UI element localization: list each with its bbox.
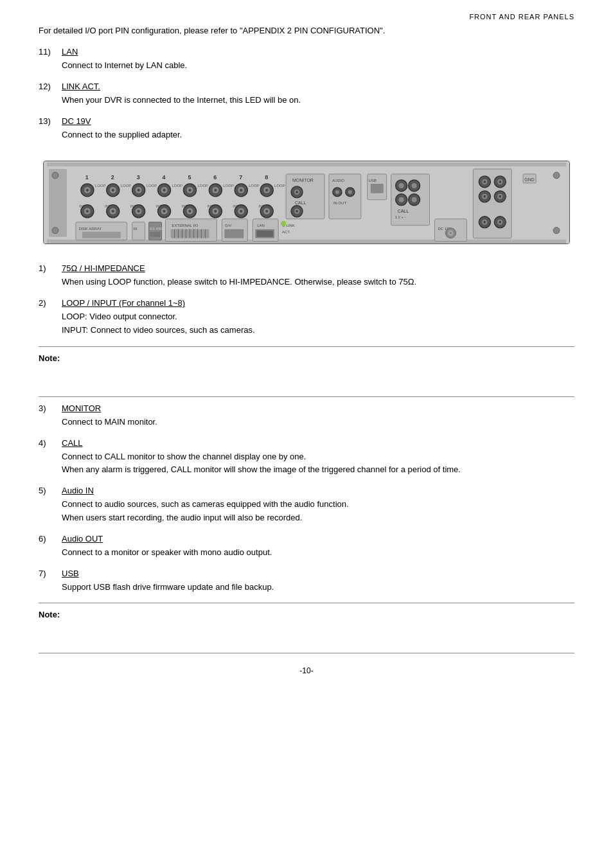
section-5-num: 5) <box>39 486 58 495</box>
svg-point-77 <box>265 210 268 213</box>
svg-point-142 <box>449 232 452 235</box>
svg-point-86 <box>296 210 298 213</box>
section-4-label: CALL <box>62 438 83 448</box>
svg-text:GND: GND <box>524 177 535 182</box>
section-2: 2) LOOP / INPUT (For channel 1~8) LOOP: … <box>39 298 574 337</box>
svg-text:2: 2 <box>111 174 114 181</box>
section-13-label: DC 19V <box>62 116 91 126</box>
svg-text:ACT.: ACT. <box>282 230 290 234</box>
svg-point-49 <box>86 210 89 213</box>
svg-point-16 <box>86 189 89 191</box>
svg-rect-3 <box>49 169 67 237</box>
svg-rect-96 <box>82 232 121 238</box>
section-5-body: Connect to audio sources, such as camera… <box>62 498 574 525</box>
section-3-label: MONITOR <box>62 403 101 413</box>
svg-text:RS 485: RS 485 <box>150 227 163 231</box>
section-2-label: LOOP / INPUT (For channel 1~8) <box>62 298 185 308</box>
svg-point-28 <box>163 189 166 191</box>
section-7-num: 7) <box>39 569 58 578</box>
svg-text:CALL: CALL <box>295 200 306 205</box>
svg-text:6: 6 <box>213 174 217 181</box>
svg-rect-97 <box>132 222 145 240</box>
svg-point-65 <box>188 210 191 213</box>
note1-space <box>39 364 574 390</box>
svg-point-155 <box>499 195 501 198</box>
section-6-num: 6) <box>39 534 58 544</box>
section-6-label: Audio OUT <box>62 534 103 544</box>
section-11-num: 11) <box>39 47 58 57</box>
section-11: 11) LAN Connect to Internet by LAN cable… <box>39 47 574 73</box>
svg-text:LOOP: LOOP <box>95 184 106 188</box>
section-13-num: 13) <box>39 116 58 126</box>
svg-text:LOOP: LOOP <box>172 184 183 188</box>
svg-text:MONITOR: MONITOR <box>292 178 314 182</box>
svg-point-32 <box>188 189 191 191</box>
svg-text:5: 5 <box>188 174 191 181</box>
section-6-body: Connect to a monitor or speaker with mon… <box>62 546 574 560</box>
note2-section: Note: <box>39 610 574 646</box>
svg-text:7: 7 <box>239 174 242 181</box>
svg-text:LOOP: LOOP <box>223 184 234 188</box>
section-2-num: 2) <box>39 298 58 308</box>
note1-divider-bottom <box>39 396 574 397</box>
section-2-body: LOOP: Video output connector. INPUT: Con… <box>62 310 574 337</box>
section-7: 7) USB Support USB flash drive firmware … <box>39 569 574 594</box>
svg-point-133 <box>399 197 404 202</box>
dvr-panel-svg: 1 2 3 4 5 6 7 8 LOOP LOOP LOOP LOOP LOOP <box>44 161 569 244</box>
svg-point-53 <box>112 210 114 213</box>
section-7-label: USB <box>62 569 79 578</box>
svg-text:LOOP: LOOP <box>274 184 285 188</box>
svg-point-90 <box>335 190 339 194</box>
svg-point-40 <box>240 189 242 191</box>
svg-text:LOOP: LOOP <box>121 184 132 188</box>
section-13-body: Connect to the supplied adapter. <box>62 128 574 142</box>
section-3-body: Connect to MAIN monitor. <box>62 416 574 429</box>
svg-point-57 <box>138 210 140 213</box>
svg-point-73 <box>240 210 242 213</box>
section-3-num: 3) <box>39 403 58 413</box>
mid-sections: 3) MONITOR Connect to MAIN monitor. 4) C… <box>39 403 574 594</box>
note2-divider-bottom <box>39 653 574 653</box>
svg-rect-1 <box>47 163 566 166</box>
svg-point-131 <box>412 183 417 188</box>
svg-rect-101 <box>150 232 161 237</box>
svg-point-20 <box>112 189 114 191</box>
top-sections: 11) LAN Connect to Internet by LAN cable… <box>39 47 574 141</box>
note1-section: Note: <box>39 353 574 390</box>
svg-rect-116 <box>224 229 244 238</box>
svg-point-162 <box>553 172 560 179</box>
section-12: 12) LINK ACT. When your DVR is connected… <box>39 82 574 107</box>
note2-label: Note: <box>39 610 574 619</box>
svg-text:DISK ARRAY: DISK ARRAY <box>79 227 102 231</box>
svg-text:AUDIO: AUDIO <box>332 179 344 182</box>
section-5-label: Audio IN <box>62 486 94 495</box>
svg-point-92 <box>348 190 352 194</box>
section-4-num: 4) <box>39 438 58 448</box>
intro-text: For detailed I/O port PIN configuration,… <box>39 26 574 35</box>
svg-point-36 <box>214 189 217 191</box>
section-13: 13) DC 19V Connect to the supplied adapt… <box>39 116 574 142</box>
section-1-label: 75Ω / HI-IMPEDANCE <box>62 263 145 273</box>
svg-point-161 <box>499 221 501 224</box>
section-4-body: Connect to CALL monitor to show the chan… <box>62 450 574 477</box>
note1-divider-top <box>39 346 574 347</box>
note1-label: Note: <box>39 353 574 363</box>
section-12-body: When your DVR is connected to the Intern… <box>62 94 574 107</box>
svg-point-4 <box>52 172 58 179</box>
svg-point-129 <box>399 183 404 188</box>
section-12-label: LINK ACT. <box>62 82 100 91</box>
svg-point-123 <box>281 221 286 226</box>
section-6: 6) Audio OUT Connect to a monitor or spe… <box>39 534 574 560</box>
svg-text:1: 1 <box>85 174 89 181</box>
note2-divider-top <box>39 603 574 603</box>
svg-point-149 <box>499 181 501 183</box>
svg-text:IR: IR <box>134 227 138 231</box>
svg-text:3: 3 <box>137 174 140 181</box>
svg-text:1  2  +  -: 1 2 + - <box>395 215 406 219</box>
svg-text:IN  OUT: IN OUT <box>333 201 347 205</box>
svg-rect-120 <box>256 231 273 237</box>
svg-point-69 <box>214 210 217 213</box>
section-11-label: LAN <box>62 47 78 57</box>
svg-text:4: 4 <box>163 174 166 181</box>
dvr-rear-panel-image: 1 2 3 4 5 6 7 8 LOOP LOOP LOOP LOOP LOOP <box>43 161 570 244</box>
